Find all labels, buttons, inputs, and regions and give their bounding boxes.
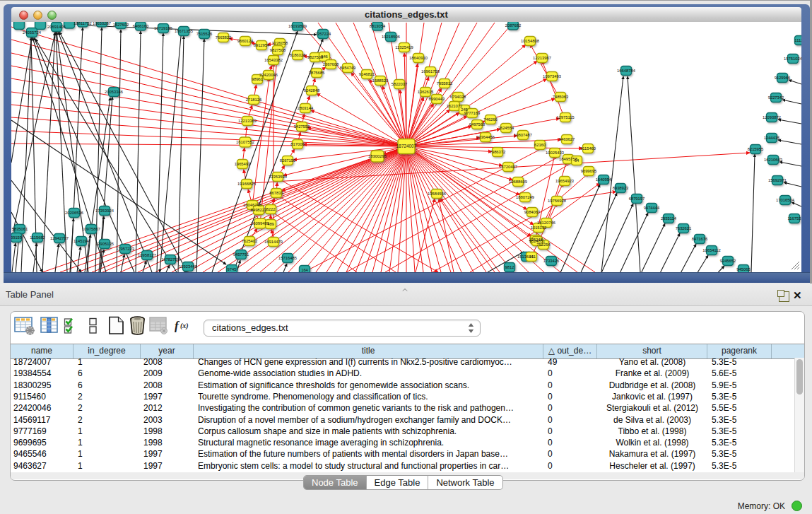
- svg-text:10958127: 10958127: [138, 253, 156, 257]
- svg-text:9245652: 9245652: [720, 259, 736, 263]
- svg-text:16671355: 16671355: [175, 29, 193, 33]
- svg-text:6497568: 6497568: [469, 122, 486, 127]
- svg-text:11123: 11123: [794, 38, 801, 42]
- svg-text:12942737: 12942737: [50, 236, 69, 240]
- svg-text:1621072: 1621072: [447, 104, 463, 108]
- svg-text:19584556: 19584556: [428, 192, 446, 196]
- svg-text:164: 164: [301, 268, 308, 272]
- svg-text:12093872: 12093872: [763, 115, 781, 119]
- svg-text:7625402: 7625402: [242, 239, 258, 243]
- svg-text:39159: 39159: [11, 235, 22, 240]
- svg-text:8471676: 8471676: [692, 237, 708, 241]
- svg-text:20053346: 20053346: [105, 90, 123, 94]
- svg-text:489: 489: [267, 222, 274, 226]
- svg-text:10688609: 10688609: [509, 180, 527, 184]
- svg-text:10654112: 10654112: [702, 248, 720, 252]
- svg-text:2935114: 2935114: [661, 216, 677, 221]
- svg-text:116753: 116753: [788, 216, 801, 221]
- svg-text:10973493: 10973493: [543, 74, 561, 78]
- svg-text:8498222: 8498222: [251, 208, 267, 212]
- svg-text:13353594: 13353594: [269, 175, 288, 179]
- svg-text:16914479: 16914479: [264, 240, 283, 244]
- svg-text:8912954: 8912954: [254, 43, 270, 47]
- svg-text:9463627: 9463627: [559, 137, 575, 141]
- svg-text:9699695: 9699695: [581, 169, 597, 173]
- svg-text:64: 64: [575, 158, 579, 163]
- svg-text:2803144: 2803144: [298, 106, 314, 110]
- svg-text:7485063: 7485063: [553, 95, 569, 99]
- svg-text:18640910: 18640910: [409, 56, 428, 60]
- svg-text:15751024: 15751024: [784, 57, 801, 61]
- svg-text:17957223: 17957223: [116, 247, 134, 251]
- svg-text:16210643: 16210643: [764, 158, 782, 162]
- svg-text:6794028: 6794028: [450, 95, 466, 99]
- svg-text:15720407: 15720407: [499, 165, 517, 169]
- svg-text:1965493: 1965493: [235, 162, 251, 166]
- svg-text:9115460: 9115460: [580, 146, 596, 151]
- svg-text:9474444: 9474444: [644, 206, 660, 210]
- svg-text:7357224: 7357224: [315, 32, 331, 36]
- svg-text:19218506: 19218506: [382, 35, 400, 39]
- svg-text:10975867: 10975867: [82, 227, 100, 231]
- svg-text:20206536: 20206536: [65, 211, 83, 215]
- svg-text:1527602: 1527602: [113, 23, 129, 27]
- svg-text:16782759: 16782759: [161, 257, 180, 262]
- svg-text:20691406: 20691406: [47, 25, 66, 29]
- svg-text:7632621: 7632621: [676, 226, 692, 230]
- svg-text:2367608: 2367608: [323, 62, 339, 66]
- svg-text:f: f: [175, 319, 180, 332]
- svg-text:1145194: 1145194: [73, 239, 90, 243]
- svg-text:98961: 98961: [252, 77, 263, 81]
- svg-text:546: 546: [321, 54, 328, 59]
- svg-text:8215955: 8215955: [748, 147, 764, 151]
- svg-text:2087682: 2087682: [505, 23, 522, 28]
- svg-text:19166825: 19166825: [237, 182, 256, 186]
- svg-text:16543382: 16543382: [264, 58, 283, 62]
- svg-text:9084067: 9084067: [524, 210, 541, 214]
- svg-text:16033809: 16033809: [288, 24, 307, 28]
- svg-text:1588520: 1588520: [372, 78, 389, 83]
- svg-text:18807249: 18807249: [516, 195, 534, 199]
- svg-text:9745: 9745: [228, 267, 237, 271]
- svg-text:9812: 9812: [505, 265, 514, 269]
- svg-text:1115682: 1115682: [30, 235, 45, 240]
- svg-text:6879197: 6879197: [629, 197, 645, 201]
- svg-text:12213369: 12213369: [238, 119, 257, 123]
- svg-text:16099489: 16099489: [251, 221, 269, 226]
- svg-text:3624554: 3624554: [498, 126, 514, 130]
- svg-text:9427552: 9427552: [294, 124, 310, 129]
- svg-text:3226058: 3226058: [272, 41, 288, 45]
- svg-text:8938923: 8938923: [613, 186, 629, 190]
- svg-text:12905135: 12905135: [95, 242, 114, 246]
- svg-text:41: 41: [529, 255, 534, 259]
- svg-text:18300295: 18300295: [368, 154, 387, 158]
- svg-text:19654923: 19654923: [555, 179, 574, 183]
- svg-text:9660124: 9660124: [237, 39, 254, 43]
- svg-text:15716485: 15716485: [278, 256, 297, 260]
- svg-text:10046748: 10046748: [243, 203, 261, 207]
- svg-text:19756928: 19756928: [548, 199, 566, 203]
- svg-text:746266: 746266: [483, 117, 497, 122]
- svg-text:12975115: 12975115: [556, 115, 574, 119]
- svg-text:8454749: 8454749: [340, 66, 356, 70]
- svg-text:945065: 945065: [736, 267, 750, 271]
- svg-text:24055724: 24055724: [23, 30, 42, 35]
- svg-text:9524851: 9524851: [529, 239, 546, 243]
- svg-text:7515526: 7515526: [196, 32, 213, 36]
- svg-text:9146821: 9146821: [359, 72, 375, 76]
- svg-text:10653287: 10653287: [93, 22, 111, 25]
- svg-text:16648784: 16648784: [617, 69, 636, 73]
- svg-text:1733426: 1733426: [543, 259, 560, 263]
- svg-text:9227342: 9227342: [768, 95, 784, 100]
- svg-text:10154808: 10154808: [521, 39, 539, 43]
- svg-text:8267150: 8267150: [280, 158, 296, 163]
- svg-text:8222: 8222: [266, 207, 276, 211]
- svg-text:8186328: 8186328: [290, 53, 306, 57]
- svg-text:18724007: 18724007: [396, 144, 417, 148]
- svg-text:5835061: 5835061: [12, 227, 28, 231]
- svg-text:8990443: 8990443: [429, 97, 445, 101]
- svg-text:7955812: 7955812: [437, 81, 453, 86]
- svg-text:1640954: 1640954: [596, 177, 612, 182]
- svg-text:8813054: 8813054: [370, 24, 386, 28]
- svg-text:9777169: 9777169: [464, 111, 481, 115]
